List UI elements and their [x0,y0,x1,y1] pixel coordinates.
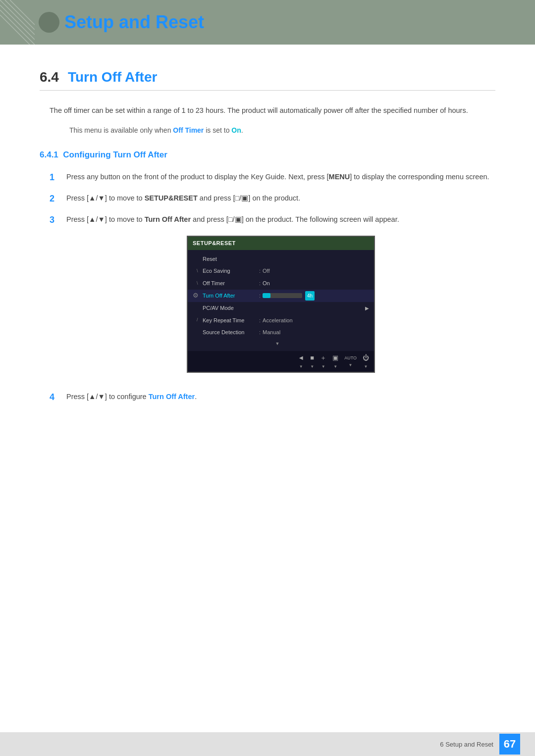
progress-bar-inner [263,293,270,298]
menu-item-key-repeat-value: Acceleration [263,316,293,325]
monitor-menu: Reset \ Eco Saving : Off \ Off Timer [188,250,374,351]
steps-list: 1 Press any button on the front of the p… [40,171,495,403]
note-text-middle: is set to [204,126,231,134]
monitor-titlebar: SETUP&RESET [188,237,374,250]
menu-item-eco: \ Eco Saving : Off [188,265,374,277]
pcav-arrow: ▶ [365,304,369,312]
note-text-end: . [241,126,243,134]
step-4: 4 Press [▲/▼] to configure Turn Off Afte… [50,391,495,404]
menu-item-source-det-label: Source Detection [203,328,257,337]
menu-item-off-timer: \ Off Timer : On [188,277,374,290]
monitor-screenshot: SETUP&RESET Reset \ Eco Saving : Off [187,236,375,373]
step-3: 3 Press [▲/▼] to move to Turn Off After … [50,213,495,382]
step-3-bold: Turn Off After [145,215,191,223]
key-repeat-colon: : [259,316,261,325]
bottom-icon-4: ▣ ▼ [332,353,338,370]
menu-item-turn-off-after-label: Turn Off After [203,291,257,301]
bottom-icon-2: ■ ▼ [310,353,314,370]
bottom-icon-auto: AUTO ▼ [344,354,357,369]
menu-item-pcav-label: PC/AV Mode [203,303,257,313]
page-footer: 6 Setup and Reset 67 [0,732,535,756]
gear-icon: ⚙ [193,290,199,301]
menu-item-key-repeat-label: Key Repeat Time [203,316,257,325]
step-1: 1 Press any button on the front of the p… [50,171,495,184]
step-3-content: Press [▲/▼] to move to Turn Off After an… [66,213,495,382]
step-2-num: 2 [50,192,59,205]
monitor-bottom-bar: ◄ ▼ ■ ▼ ＋ ▼ ▣ ▼ [188,351,374,372]
key-repeat-bracket: / [197,316,198,324]
subsection-heading: 6.4.1 Configuring Turn Off After [40,150,495,160]
step-4-num: 4 [50,391,59,404]
svg-line-0 [0,5,35,40]
more-icon: ▼ [275,340,280,348]
note-text-before: This menu is available only when [69,126,173,134]
progress-bar-outer [263,293,302,298]
bottom-icon-1: ◄ ▼ [298,353,304,370]
main-content: 6.4 Turn Off After The off timer can be … [0,45,535,452]
svg-line-2 [0,0,35,35]
menu-item-eco-value: Off [263,266,269,276]
note-highlight2: On [231,126,241,134]
progress-label: 4h [305,291,315,301]
svg-line-5 [10,0,35,25]
section-heading: 6.4 Turn Off After [40,69,495,91]
menu-item-eco-label: Eco Saving [203,266,257,276]
step-4-bold: Turn Off After [149,393,195,401]
turn-off-colon: : [259,291,261,301]
menu-item-more: ▼ [188,339,374,349]
body-text: The off timer can be set within a range … [40,104,495,117]
off-timer-colon: : [259,279,261,288]
off-timer-bracket: \ [197,280,198,287]
bottom-icon-3: ＋ ▼ [320,353,326,370]
subsection-title: Configuring Turn Off After [63,150,167,159]
step-2: 2 Press [▲/▼] to move to SETUP&RESET and… [50,192,495,205]
eco-bracket: \ [197,267,198,275]
menu-item-key-repeat: / Key Repeat Time : Acceleration [188,314,374,327]
step-1-num: 1 [50,171,59,184]
step-1-bold: MENU [329,173,350,181]
step-2-content: Press [▲/▼] to move to SETUP&RESET and p… [66,192,495,205]
footer-page-number: 67 [499,734,520,755]
svg-line-1 [0,10,35,45]
menu-item-reset-label: Reset [203,254,257,264]
progress-container: 4h [263,291,315,301]
diagonal-decoration [0,0,35,45]
page-header: Setup and Reset [0,0,535,45]
section-number: 6.4 [40,69,59,85]
subsection-number: 6.4.1 [40,150,63,159]
note-highlight1: Off Timer [173,126,204,134]
eco-colon: : [259,266,261,276]
menu-item-source-det-value: Manual [263,328,280,337]
menu-item-turn-off-after: ⚙ Turn Off After : 4h [188,290,374,302]
step-1-content: Press any button on the front of the pro… [66,171,495,184]
section-title: Turn Off After [68,69,157,85]
menu-item-pcav: PC/AV Mode ▶ [188,302,374,314]
step-3-num: 3 [50,213,59,382]
menu-item-reset: Reset [188,253,374,265]
footer-text: 6 Setup and Reset [440,741,493,748]
menu-item-off-timer-value: On [263,279,270,288]
step-2-bold: SETUP&RESET [145,194,198,202]
source-det-colon: : [259,328,261,337]
menu-item-off-timer-label: Off Timer [203,279,257,288]
bottom-icon-power: ⏻ ▼ [363,353,369,370]
menu-item-source-det: Source Detection : Manual [188,326,374,339]
page-title: Setup and Reset [64,12,204,33]
note-text: This menu is available only when Off Tim… [40,125,495,137]
step-4-content: Press [▲/▼] to configure Turn Off After. [66,391,495,404]
chapter-circle [39,12,59,33]
